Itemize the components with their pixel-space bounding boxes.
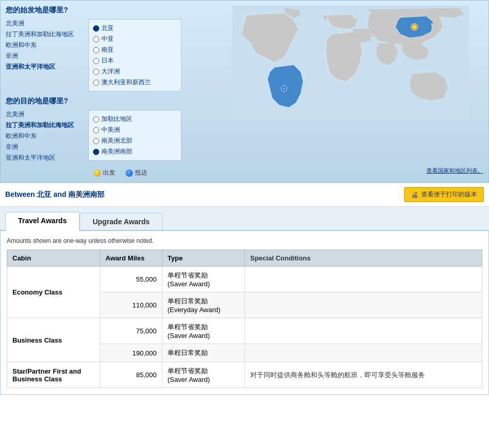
dest-caribbean[interactable]: 加勒比地区 [93,114,177,125]
origin-region: 北亚 [37,190,53,198]
depart-label: 出发 [103,168,115,177]
header-miles: Award Miles [100,250,162,267]
origin-japan[interactable]: 日本 [93,55,177,66]
radio-australia-nz [93,80,99,86]
origin-region-grid: 北美洲 拉丁美洲和加勒比海地区 欧洲和中东 非洲 亚洲和太平洋地区 北亚 中亚 [6,18,218,91]
radio-japan [93,58,99,64]
origin-europe-mideast[interactable]: 欧洲和中东 [6,40,88,51]
dest-left-col: 北美洲 拉丁美洲和加勒比海地区 欧洲和中东 非洲 亚洲和太平洋地区 [6,109,88,163]
radio-north-asia [93,25,99,32]
conditions-star-partner: 对于同时提供商务舱和头等舱的航班，即可享受头等舱服务 [245,362,482,388]
table-row: Star/Partner First and Business Class 85… [7,362,482,388]
origin-africa[interactable]: 非洲 [6,51,88,61]
miles-190000: 190,000 [100,344,162,362]
dest-asia-pacific[interactable]: 亚洲和太平洋地区 [6,152,88,163]
destination-selector: 您的始发地是哪里? 北美洲 拉丁美洲和加勒比海地区 欧洲和中东 非洲 亚洲和太平… [0,0,489,183]
tabs-container: Travel Awards Upgrade Awards [0,207,489,231]
origin-left-col: 北美洲 拉丁美洲和加勒比海地区 欧洲和中东 非洲 亚洲和太平洋地区 [6,18,88,91]
miles-85000: 85,000 [100,362,162,388]
world-map-area: 查看国家和地区列表。 [218,6,483,177]
radio-south-america-south [93,149,99,155]
type-saver-economy: 单程节省奖励(Saver Award) [162,267,245,292]
dest-south-america-north[interactable]: 南美洲北部 [93,135,177,146]
type-saver-business: 单程节省奖励(Saver Award) [162,318,245,344]
radio-south-asia [93,47,99,53]
origin-oceania[interactable]: 大洋洲 [93,66,177,77]
svg-point-4 [412,25,416,29]
radio-south-america-north [93,138,99,144]
cabin-star-partner: Star/Partner First and Business Class [7,362,100,388]
origin-question-label: 您的始发地是哪里? [6,6,218,15]
origin-north-america[interactable]: 北美洲 [6,18,88,29]
country-list-link[interactable]: 查看国家和地区列表。 [426,167,483,175]
type-everyday-business: 单程日常奖励 [162,344,245,362]
dest-central-america[interactable]: 中美洲 [93,125,177,135]
miles-55000: 55,000 [100,267,162,292]
conditions-empty-1 [245,267,482,292]
miles-110000: 110,000 [100,292,162,318]
origin-australia-nz[interactable]: 澳大利亚和新西兰 [93,77,177,88]
conditions-empty-3 [245,318,482,344]
origin-asia-pacific[interactable]: 亚洲和太平洋地区 [6,61,88,72]
print-icon: 🖨 [411,191,418,199]
miles-75000: 75,000 [100,318,162,344]
world-map-svg [218,6,483,119]
table-header-row: Cabin Award Miles Type Special Condition… [7,250,482,267]
origin-right-col: 北亚 中亚 南亚 日本 [88,18,192,91]
amounts-note: Amounts shown are one-way unless otherwi… [7,237,482,244]
print-label: 查看便于打印的版本 [421,190,477,199]
radio-central-america [93,127,99,133]
origin-latin-america[interactable]: 拉丁美洲和加勒比海地区 [6,29,88,40]
header-conditions: Special Conditions [245,250,482,267]
tab-travel-awards[interactable]: Travel Awards [5,212,80,231]
conditions-empty-4 [245,344,482,362]
arrive-dot [126,169,133,177]
origin-central-asia[interactable]: 中亚 [93,34,177,44]
dest-north-america[interactable]: 北美洲 [6,109,88,120]
dest-south-america-south[interactable]: 南美洲南部 [93,146,177,157]
conditions-empty-2 [245,292,482,318]
tab-upgrade-awards[interactable]: Upgrade Awards [80,213,162,230]
arrive-label: 抵达 [135,168,147,177]
dest-region-grid: 北美洲 拉丁美洲和加勒比海地区 欧洲和中东 非洲 亚洲和太平洋地区 加勒比地区 … [6,109,218,163]
header-type: Type [162,250,245,267]
type-saver-star: 单程节省奖励(Saver Award) [162,362,245,388]
table-row: Business Class 75,000 单程节省奖励(Saver Award… [7,318,482,344]
radio-oceania [93,69,99,75]
content-area: Amounts shown are one-way unless otherwi… [0,231,489,395]
between-bar: Between 北亚 and 南美洲南部 🖨 查看便于打印的版本 [0,183,489,207]
origin-south-asia[interactable]: 南亚 [93,44,177,55]
table-row: Economy Class 55,000 单程节省奖励(Saver Award) [7,267,482,292]
depart-dot [94,169,101,177]
between-label: Between [5,190,35,198]
svg-point-2 [283,87,286,90]
selectors-area: 您的始发地是哪里? 北美洲 拉丁美洲和加勒比海地区 欧洲和中东 非洲 亚洲和太平… [6,6,218,177]
origin-north-asia[interactable]: 北亚 [93,23,177,34]
dest-right-col: 加勒比地区 中美洲 南美洲北部 南美洲南部 [88,109,192,163]
between-text: Between 北亚 and 南美洲南部 [5,190,104,199]
dest-europe-mideast[interactable]: 欧洲和中东 [6,131,88,142]
map-legend-inline: 出发 抵达 [94,168,218,177]
arrive-legend: 抵达 [126,168,147,177]
print-button[interactable]: 🖨 查看便于打印的版本 [404,187,484,202]
origin-subregion-box: 北亚 中亚 南亚 日本 [88,19,181,91]
radio-central-asia [93,36,99,42]
depart-legend: 出发 [94,168,115,177]
destination-region: 南美洲南部 [68,190,104,198]
cabin-business: Business Class [7,318,100,362]
and-label: and [53,190,66,198]
cabin-economy: Economy Class [7,267,100,318]
awards-table: Cabin Award Miles Type Special Condition… [7,250,482,388]
dest-latin-america[interactable]: 拉丁美洲和加勒比海地区 [6,120,88,131]
radio-caribbean [93,116,99,122]
dest-africa[interactable]: 非洲 [6,142,88,152]
header-cabin: Cabin [7,250,100,267]
type-everyday-economy: 单程日常奖励(Everyday Award) [162,292,245,318]
dest-question-label: 您的目的地是哪里? [6,97,218,106]
dest-subregion-box: 加勒比地区 中美洲 南美洲北部 南美洲南部 [88,110,181,161]
